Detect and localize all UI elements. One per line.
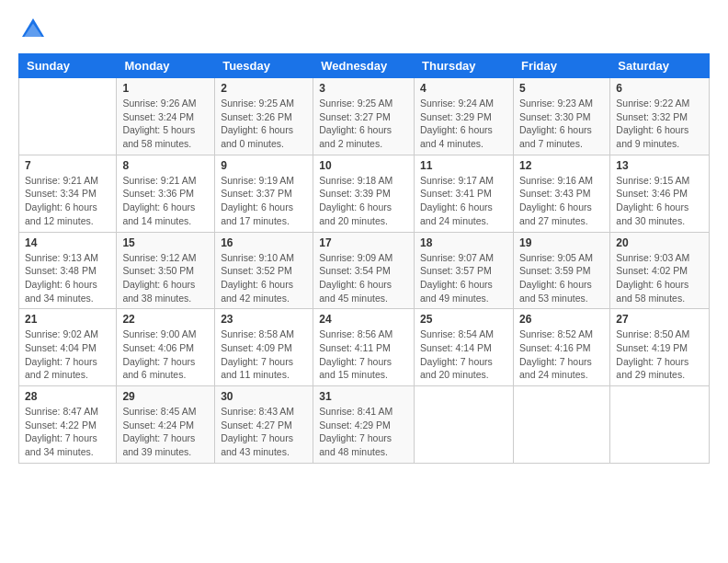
calendar-week-row: 14Sunrise: 9:13 AMSunset: 3:48 PMDayligh… [19, 232, 710, 309]
day-detail: Sunrise: 9:09 AMSunset: 3:54 PMDaylight:… [319, 251, 408, 305]
calendar-cell: 27Sunrise: 8:50 AMSunset: 4:19 PMDayligh… [610, 309, 710, 386]
day-detail: Sunrise: 9:03 AMSunset: 4:02 PMDaylight:… [616, 251, 703, 305]
calendar-cell: 9Sunrise: 9:19 AMSunset: 3:37 PMDaylight… [215, 155, 313, 232]
day-number: 9 [221, 159, 307, 172]
calendar-cell: 6Sunrise: 9:22 AMSunset: 3:32 PMDaylight… [610, 78, 710, 155]
calendar-header: SundayMondayTuesdayWednesdayThursdayFrid… [19, 54, 710, 78]
day-detail: Sunrise: 9:15 AMSunset: 3:46 PMDaylight:… [616, 174, 703, 228]
calendar-week-row: 28Sunrise: 8:47 AMSunset: 4:22 PMDayligh… [19, 386, 710, 464]
day-detail: Sunrise: 8:43 AMSunset: 4:27 PMDaylight:… [221, 405, 307, 459]
calendar-cell: 30Sunrise: 8:43 AMSunset: 4:27 PMDayligh… [215, 386, 313, 464]
day-detail: Sunrise: 9:00 AMSunset: 4:06 PMDaylight:… [122, 327, 209, 382]
weekday-header: Thursday [415, 54, 514, 78]
day-number: 19 [519, 236, 604, 249]
weekday-header: Wednesday [313, 54, 415, 78]
calendar-cell: 10Sunrise: 9:18 AMSunset: 3:39 PMDayligh… [313, 155, 415, 232]
calendar-cell: 1Sunrise: 9:26 AMSunset: 3:24 PMDaylight… [117, 78, 215, 155]
day-detail: Sunrise: 9:05 AMSunset: 3:59 PMDaylight:… [519, 251, 604, 305]
day-detail: Sunrise: 9:22 AMSunset: 3:32 PMDaylight:… [616, 97, 703, 151]
weekday-header: Friday [513, 54, 609, 78]
day-detail: Sunrise: 9:13 AMSunset: 3:48 PMDaylight:… [25, 251, 110, 305]
weekday-header: Monday [117, 54, 215, 78]
day-number: 1 [122, 82, 209, 95]
day-detail: Sunrise: 9:12 AMSunset: 3:50 PMDaylight:… [122, 251, 209, 305]
calendar-cell: 7Sunrise: 9:21 AMSunset: 3:34 PMDaylight… [19, 155, 117, 232]
calendar-cell: 12Sunrise: 9:16 AMSunset: 3:43 PMDayligh… [513, 155, 609, 232]
day-detail: Sunrise: 9:21 AMSunset: 3:34 PMDaylight:… [25, 174, 110, 228]
day-number: 30 [221, 390, 307, 403]
calendar-cell [513, 386, 609, 464]
calendar-cell: 3Sunrise: 9:25 AMSunset: 3:27 PMDaylight… [313, 78, 415, 155]
day-number: 3 [319, 82, 408, 95]
day-number: 26 [519, 313, 604, 326]
day-detail: Sunrise: 8:56 AMSunset: 4:11 PMDaylight:… [319, 327, 408, 382]
day-detail: Sunrise: 8:50 AMSunset: 4:19 PMDaylight:… [616, 327, 703, 382]
day-number: 4 [420, 82, 507, 95]
day-detail: Sunrise: 9:10 AMSunset: 3:52 PMDaylight:… [221, 251, 307, 305]
calendar-cell: 14Sunrise: 9:13 AMSunset: 3:48 PMDayligh… [19, 232, 117, 309]
calendar-cell: 31Sunrise: 8:41 AMSunset: 4:29 PMDayligh… [313, 386, 415, 464]
calendar-cell [610, 386, 710, 464]
day-number: 15 [122, 236, 209, 249]
day-number: 7 [25, 159, 110, 172]
calendar-cell: 18Sunrise: 9:07 AMSunset: 3:57 PMDayligh… [415, 232, 514, 309]
day-number: 11 [420, 159, 507, 172]
day-number: 27 [616, 313, 703, 326]
day-detail: Sunrise: 9:17 AMSunset: 3:41 PMDaylight:… [420, 174, 507, 228]
calendar-week-row: 7Sunrise: 9:21 AMSunset: 3:34 PMDaylight… [19, 155, 710, 232]
calendar-cell: 23Sunrise: 8:58 AMSunset: 4:09 PMDayligh… [215, 309, 313, 386]
day-number: 20 [616, 236, 703, 249]
calendar-cell: 5Sunrise: 9:23 AMSunset: 3:30 PMDaylight… [513, 78, 609, 155]
day-number: 10 [319, 159, 408, 172]
calendar-cell: 8Sunrise: 9:21 AMSunset: 3:36 PMDaylight… [117, 155, 215, 232]
calendar-week-row: 21Sunrise: 9:02 AMSunset: 4:04 PMDayligh… [19, 309, 710, 386]
day-detail: Sunrise: 8:41 AMSunset: 4:29 PMDaylight:… [319, 405, 408, 459]
day-number: 31 [319, 390, 408, 403]
page: SundayMondayTuesdayWednesdayThursdayFrid… [0, 0, 728, 563]
day-detail: Sunrise: 9:25 AMSunset: 3:27 PMDaylight:… [319, 97, 408, 151]
calendar-cell: 11Sunrise: 9:17 AMSunset: 3:41 PMDayligh… [415, 155, 514, 232]
day-detail: Sunrise: 9:26 AMSunset: 3:24 PMDaylight:… [122, 97, 209, 151]
weekday-header: Tuesday [215, 54, 313, 78]
weekday-header: Sunday [19, 54, 117, 78]
weekday-header: Saturday [610, 54, 710, 78]
calendar-cell: 22Sunrise: 9:00 AMSunset: 4:06 PMDayligh… [117, 309, 215, 386]
calendar-cell: 29Sunrise: 8:45 AMSunset: 4:24 PMDayligh… [117, 386, 215, 464]
calendar-cell [19, 78, 117, 155]
calendar-cell [415, 386, 514, 464]
weekday-row: SundayMondayTuesdayWednesdayThursdayFrid… [19, 54, 710, 78]
day-detail: Sunrise: 8:45 AMSunset: 4:24 PMDaylight:… [122, 405, 209, 459]
day-detail: Sunrise: 9:21 AMSunset: 3:36 PMDaylight:… [122, 174, 209, 228]
calendar-cell: 26Sunrise: 8:52 AMSunset: 4:16 PMDayligh… [513, 309, 609, 386]
day-number: 28 [25, 390, 110, 403]
calendar-cell: 20Sunrise: 9:03 AMSunset: 4:02 PMDayligh… [610, 232, 710, 309]
day-detail: Sunrise: 8:52 AMSunset: 4:16 PMDaylight:… [519, 327, 604, 382]
day-number: 29 [122, 390, 209, 403]
day-detail: Sunrise: 9:19 AMSunset: 3:37 PMDaylight:… [221, 174, 307, 228]
header [18, 15, 710, 44]
day-number: 6 [616, 82, 703, 95]
day-number: 24 [319, 313, 408, 326]
calendar-body: 1Sunrise: 9:26 AMSunset: 3:24 PMDaylight… [19, 78, 710, 464]
day-number: 21 [25, 313, 110, 326]
day-number: 25 [420, 313, 507, 326]
calendar-cell: 13Sunrise: 9:15 AMSunset: 3:46 PMDayligh… [610, 155, 710, 232]
calendar-cell: 16Sunrise: 9:10 AMSunset: 3:52 PMDayligh… [215, 232, 313, 309]
day-number: 12 [519, 159, 604, 172]
day-detail: Sunrise: 9:07 AMSunset: 3:57 PMDaylight:… [420, 251, 507, 305]
day-detail: Sunrise: 9:16 AMSunset: 3:43 PMDaylight:… [519, 174, 604, 228]
day-number: 16 [221, 236, 307, 249]
day-number: 13 [616, 159, 703, 172]
day-detail: Sunrise: 9:23 AMSunset: 3:30 PMDaylight:… [519, 97, 604, 151]
calendar-cell: 28Sunrise: 8:47 AMSunset: 4:22 PMDayligh… [19, 386, 117, 464]
calendar-cell: 4Sunrise: 9:24 AMSunset: 3:29 PMDaylight… [415, 78, 514, 155]
day-number: 17 [319, 236, 408, 249]
day-detail: Sunrise: 8:58 AMSunset: 4:09 PMDaylight:… [221, 327, 307, 382]
day-number: 5 [519, 82, 604, 95]
day-detail: Sunrise: 8:47 AMSunset: 4:22 PMDaylight:… [25, 405, 110, 459]
day-number: 2 [221, 82, 307, 95]
logo-icon [18, 15, 48, 44]
calendar-cell: 24Sunrise: 8:56 AMSunset: 4:11 PMDayligh… [313, 309, 415, 386]
calendar-cell: 21Sunrise: 9:02 AMSunset: 4:04 PMDayligh… [19, 309, 117, 386]
day-number: 23 [221, 313, 307, 326]
